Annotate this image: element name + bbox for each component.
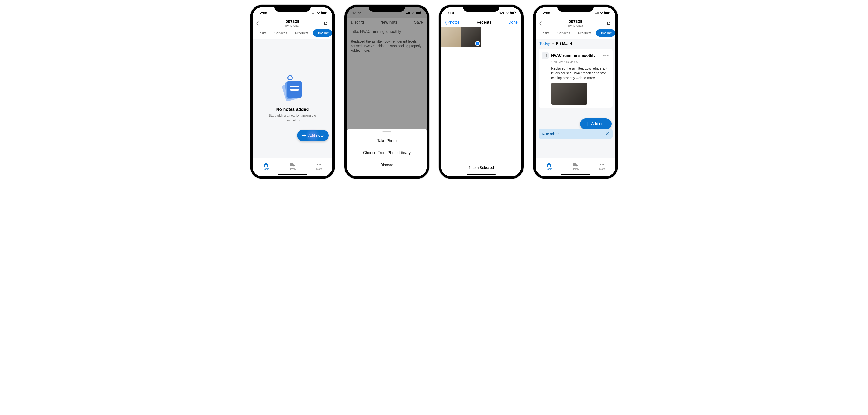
discard-button[interactable]: Discard xyxy=(351,20,364,25)
wifi-icon xyxy=(505,11,509,14)
add-note-button[interactable]: Add note xyxy=(580,118,612,130)
svg-point-39 xyxy=(603,164,604,165)
nav-library[interactable]: Library xyxy=(562,158,589,174)
svg-rect-31 xyxy=(597,12,597,14)
header-title: 007329 xyxy=(262,19,323,24)
note-body: Replaced the air filter. Low refrigerant… xyxy=(551,66,609,80)
status-time: 12:55 xyxy=(258,11,267,15)
svg-rect-11 xyxy=(290,89,299,91)
action-sheet: Take Photo Choose From Photo Library Dis… xyxy=(347,129,427,176)
sheet-choose-library[interactable]: Choose From Photo Library xyxy=(347,147,427,159)
photo-grid: ✓ xyxy=(441,27,521,162)
tab-products[interactable]: Products xyxy=(575,30,595,37)
note-card[interactable]: HVAC running smoothly ••• 10:03 AM • Dav… xyxy=(538,49,613,108)
nav-label: Home xyxy=(546,168,552,170)
selected-check-icon: ✓ xyxy=(475,41,480,46)
phone-frame-3: 9:10 SOS Photos Recents Done ✓ 1 Item Se… xyxy=(439,5,524,179)
note-attachment-thumbnail[interactable] xyxy=(551,83,587,105)
cursor xyxy=(402,30,403,34)
separator-dot: • xyxy=(552,41,554,46)
chevron-left-icon xyxy=(445,21,447,25)
tab-products[interactable]: Products xyxy=(291,30,312,37)
today-link[interactable]: Today xyxy=(539,41,550,46)
svg-rect-2 xyxy=(314,12,314,14)
status-indicators xyxy=(595,11,610,14)
svg-rect-3 xyxy=(315,11,315,14)
svg-point-13 xyxy=(317,164,318,165)
svg-point-15 xyxy=(320,164,321,165)
svg-rect-29 xyxy=(595,13,596,14)
notch xyxy=(369,5,405,11)
note-icon xyxy=(542,52,549,59)
photos-back-button[interactable]: Photos xyxy=(445,20,460,25)
signal-icon xyxy=(595,11,599,14)
sheet-discard[interactable]: Discard xyxy=(347,159,427,171)
svg-rect-30 xyxy=(596,12,596,14)
status-indicators xyxy=(406,11,422,14)
external-link-button[interactable] xyxy=(606,21,612,26)
note-body-field[interactable]: Replaced the air filter. Low refrigerant… xyxy=(347,36,427,140)
tab-tasks[interactable]: Tasks xyxy=(537,30,553,37)
nav-library[interactable]: Library xyxy=(279,158,306,174)
nav-home[interactable]: Home xyxy=(536,158,562,174)
svg-rect-36 xyxy=(544,54,547,57)
header-subtitle: HVAC repair xyxy=(545,24,606,27)
sheet-take-photo[interactable]: Take Photo xyxy=(347,135,427,147)
tab-services[interactable]: Services xyxy=(554,30,574,37)
photo-thumbnail-selected[interactable]: ✓ xyxy=(461,27,481,47)
nav-label: Home xyxy=(263,168,269,170)
date-label: Fri Mar 4 xyxy=(556,41,572,46)
notch xyxy=(274,5,311,11)
header-subtitle: HVAC repair xyxy=(262,24,323,27)
tab-services[interactable]: Services xyxy=(271,30,291,37)
home-indicator[interactable] xyxy=(561,174,590,175)
nav-label: Library xyxy=(572,168,579,170)
svg-rect-35 xyxy=(610,12,610,13)
battery-icon xyxy=(321,11,327,14)
svg-rect-17 xyxy=(407,12,408,14)
note-title-field[interactable]: Title: HVAC running smoothly xyxy=(347,27,427,36)
wifi-icon xyxy=(600,11,603,14)
wifi-icon xyxy=(317,11,320,14)
header: 007329 HVAC repair xyxy=(536,18,615,28)
save-button[interactable]: Save xyxy=(414,20,423,25)
status-time: 9:10 xyxy=(446,11,454,15)
toast: Note added! xyxy=(538,129,613,139)
nav-label: Library xyxy=(289,168,296,170)
tab-timeline[interactable]: Timeline xyxy=(313,30,332,37)
svg-point-12 xyxy=(288,76,292,80)
nav-more[interactable]: More xyxy=(589,158,615,174)
close-icon xyxy=(606,132,609,136)
home-icon xyxy=(546,162,552,167)
svg-rect-16 xyxy=(406,13,407,14)
svg-rect-19 xyxy=(409,11,410,14)
home-indicator[interactable] xyxy=(467,174,496,175)
done-button[interactable]: Done xyxy=(508,20,518,25)
tab-bar: Tasks Services Products Timeline xyxy=(253,28,332,39)
tab-tasks[interactable]: Tasks xyxy=(254,30,270,37)
note-editor-header: Discard New note Save xyxy=(347,18,427,27)
wifi-icon xyxy=(411,11,415,14)
back-button[interactable] xyxy=(539,21,545,26)
date-header: Today • Fri Mar 4 xyxy=(536,39,615,49)
nav-home[interactable]: Home xyxy=(253,158,279,174)
more-icon xyxy=(316,162,322,167)
more-icon xyxy=(599,162,605,167)
phone-frame-1: 12:55 007329 HVAC repair Tasks Services … xyxy=(250,5,335,179)
status-indicators: SOS xyxy=(499,11,516,14)
sheet-handle[interactable] xyxy=(382,131,391,132)
note-more-button[interactable]: ••• xyxy=(603,53,609,58)
header: 007329 HVAC repair xyxy=(253,18,332,28)
add-note-button[interactable]: Add note xyxy=(297,130,329,141)
title-prefix: Title: xyxy=(351,30,359,34)
note-title: HVAC running smoothly xyxy=(551,54,601,58)
toast-close-button[interactable] xyxy=(606,132,609,136)
home-icon xyxy=(263,162,269,167)
svg-rect-0 xyxy=(312,13,313,14)
photo-thumbnail[interactable] xyxy=(441,27,461,47)
back-button[interactable] xyxy=(256,21,262,26)
external-link-button[interactable] xyxy=(323,21,329,26)
nav-more[interactable]: More xyxy=(306,158,332,174)
home-indicator[interactable] xyxy=(278,174,307,175)
tab-timeline[interactable]: Timeline xyxy=(596,30,615,37)
